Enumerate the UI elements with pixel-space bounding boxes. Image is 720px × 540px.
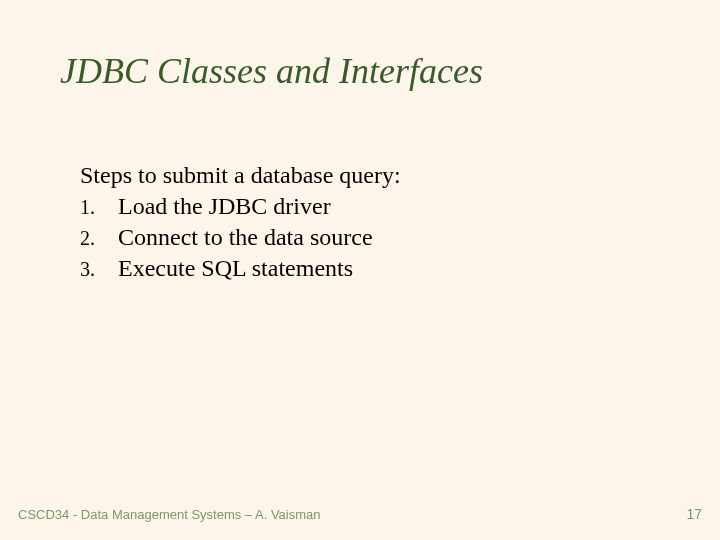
slide-title: JDBC Classes and Interfaces (60, 50, 660, 92)
step-text: Load the JDBC driver (118, 193, 331, 219)
list-item: 2.Connect to the data source (80, 224, 660, 251)
step-text: Execute SQL statements (118, 255, 353, 281)
list-item: 3.Execute SQL statements (80, 255, 660, 282)
intro-text: Steps to submit a database query: (80, 162, 660, 189)
step-number: 2. (80, 227, 110, 250)
steps-list: 1.Load the JDBC driver 2.Connect to the … (80, 193, 660, 282)
step-number: 3. (80, 258, 110, 281)
step-text: Connect to the data source (118, 224, 373, 250)
footer: CSCD34 - Data Management Systems – A. Va… (18, 506, 702, 522)
step-number: 1. (80, 196, 110, 219)
slide-container: JDBC Classes and Interfaces Steps to sub… (0, 0, 720, 540)
list-item: 1.Load the JDBC driver (80, 193, 660, 220)
page-number: 17 (686, 506, 702, 522)
footer-text: CSCD34 - Data Management Systems – A. Va… (18, 507, 321, 522)
